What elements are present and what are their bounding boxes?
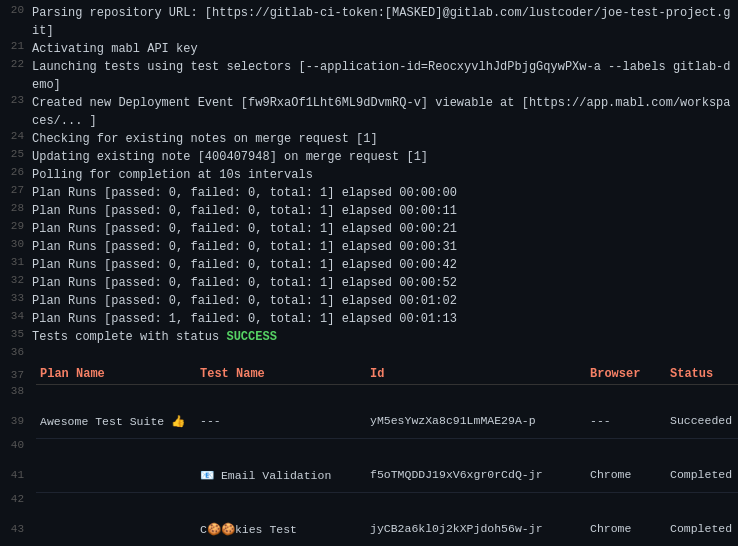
row2-id: f5oTMQDDJ19xV6xgr0rCdQ-jr: [366, 468, 586, 481]
log-line-36: 36: [0, 346, 738, 364]
row2-browser: Chrome: [586, 468, 666, 481]
row1-status: Succeeded: [666, 414, 738, 427]
row3-status: Completed: [666, 522, 738, 535]
log-line-23: 23 Created new Deployment Event [fw9RxaO…: [0, 94, 738, 130]
log-line-31: 31 Plan Runs [passed: 0, failed: 0, tota…: [0, 256, 738, 274]
log-line-37: 37 Plan Name Test Name Id Browser Status…: [0, 364, 738, 385]
table-header-row: Plan Name Test Name Id Browser Status Ru…: [36, 364, 738, 385]
table-data-row-3: C🍪🍪kies Test jyCB2a6kl0j2kXPjdoh56w-jr C…: [36, 511, 738, 546]
col-header-browser: Browser: [586, 367, 666, 381]
log-line-42: 42: [0, 493, 738, 511]
col-header-test-name: Test Name: [196, 367, 366, 381]
log-line-43: 43 C🍪🍪kies Test jyCB2a6kl0j2kXPjdoh56w-j…: [0, 511, 738, 546]
row1-plan-name: Awesome Test Suite 👍: [36, 414, 196, 428]
row1-browser: ---: [586, 414, 666, 427]
table-data-row-1: Awesome Test Suite 👍 --- yM5esYwzXa8c91L…: [36, 403, 738, 439]
log-line-20: 20 Parsing repository URL: [https://gitl…: [0, 4, 738, 40]
row1-test-name: ---: [196, 414, 366, 427]
log-line-41: 41 📧 Email Validation f5oTMQDDJ19xV6xgr0…: [0, 457, 738, 493]
log-line-22: 22 Launching tests using test selectors …: [0, 58, 738, 94]
success-status: SUCCESS: [226, 330, 276, 344]
col-header-status: Status: [666, 367, 738, 381]
row3-browser: Chrome: [586, 522, 666, 535]
row1-id: yM5esYwzXa8c91LmMAE29A-p: [366, 414, 586, 427]
log-line-33: 33 Plan Runs [passed: 0, failed: 0, tota…: [0, 292, 738, 310]
log-line-24: 24 Checking for existing notes on merge …: [0, 130, 738, 148]
log-line-21: 21 Activating mabl API key: [0, 40, 738, 58]
log-line-32: 32 Plan Runs [passed: 0, failed: 0, tota…: [0, 274, 738, 292]
log-line-29: 29 Plan Runs [passed: 0, failed: 0, tota…: [0, 220, 738, 238]
table-data-row-2: 📧 Email Validation f5oTMQDDJ19xV6xgr0rCd…: [36, 457, 738, 493]
col-header-id: Id: [366, 367, 586, 381]
log-line-30: 30 Plan Runs [passed: 0, failed: 0, tota…: [0, 238, 738, 256]
log-line-25: 25 Updating existing note [400407948] on…: [0, 148, 738, 166]
log-line-39: 39 Awesome Test Suite 👍 --- yM5esYwzXa8c…: [0, 403, 738, 439]
terminal-output: 20 Parsing repository URL: [https://gitl…: [0, 0, 738, 546]
row2-status: Completed: [666, 468, 738, 481]
log-line-35: 35 Tests complete with status SUCCESS: [0, 328, 738, 346]
row3-id: jyCB2a6kl0j2kXPjdoh56w-jr: [366, 522, 586, 535]
col-header-plan-name: Plan Name: [36, 367, 196, 381]
log-line-27: 27 Plan Runs [passed: 0, failed: 0, tota…: [0, 184, 738, 202]
row2-test-name: 📧 Email Validation: [196, 468, 366, 482]
log-line-28: 28 Plan Runs [passed: 0, failed: 0, tota…: [0, 202, 738, 220]
log-line-40: 40: [0, 439, 738, 457]
log-line-34: 34 Plan Runs [passed: 1, failed: 0, tota…: [0, 310, 738, 328]
log-line-38: 38: [0, 385, 738, 403]
log-line-26: 26 Polling for completion at 10s interva…: [0, 166, 738, 184]
row3-test-name: C🍪🍪kies Test: [196, 522, 366, 536]
